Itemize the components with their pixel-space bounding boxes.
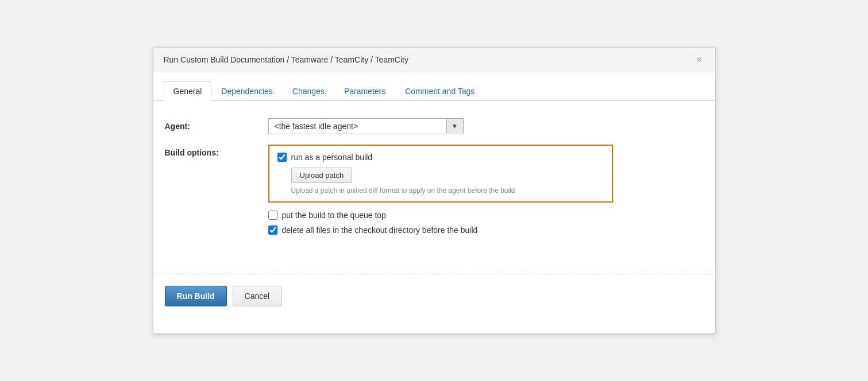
delete-files-checkbox-row: delete all files in the checkout directo… bbox=[268, 226, 704, 235]
tab-general[interactable]: General bbox=[164, 81, 212, 101]
dialog-header: Run Custom Build Documentation / Teamwar… bbox=[153, 48, 715, 72]
personal-build-label[interactable]: run as a personal build bbox=[291, 153, 373, 162]
queue-top-label[interactable]: put the build to the queue top bbox=[282, 211, 386, 220]
tab-dependencies[interactable]: Dependencies bbox=[211, 81, 283, 101]
build-options-label: Build options: bbox=[165, 145, 268, 157]
tab-content: Agent: <the fastest idle agent> ▼ Build … bbox=[153, 101, 715, 262]
agent-select-wrapper: <the fastest idle agent> ▼ bbox=[268, 118, 704, 134]
build-options-row: Build options: run as a personal build U… bbox=[165, 145, 704, 240]
tab-changes[interactable]: Changes bbox=[283, 81, 334, 101]
content-divider bbox=[153, 274, 715, 274]
delete-files-checkbox[interactable] bbox=[268, 226, 277, 235]
agent-label: Agent: bbox=[165, 118, 268, 131]
action-bar: Run Build Cancel bbox=[153, 286, 715, 318]
build-options-box: run as a personal build Upload patch Upl… bbox=[268, 145, 613, 203]
agent-dropdown-arrow-icon[interactable]: ▼ bbox=[446, 119, 463, 133]
agent-row: Agent: <the fastest idle agent> ▼ bbox=[165, 118, 704, 134]
tab-comment-and-tags[interactable]: Comment and Tags bbox=[395, 81, 484, 101]
build-options-value: run as a personal build Upload patch Upl… bbox=[268, 145, 704, 240]
close-button[interactable]: × bbox=[694, 55, 705, 65]
upload-patch-row: Upload patch bbox=[277, 165, 604, 185]
personal-build-checkbox[interactable] bbox=[277, 153, 287, 162]
delete-files-label[interactable]: delete all files in the checkout directo… bbox=[282, 226, 478, 235]
personal-build-checkbox-row: run as a personal build bbox=[277, 153, 604, 162]
queue-top-checkbox[interactable] bbox=[268, 211, 277, 220]
agent-select-value: <the fastest idle agent> bbox=[269, 119, 446, 134]
run-custom-build-dialog: Run Custom Build Documentation / Teamwar… bbox=[153, 47, 716, 334]
tab-parameters[interactable]: Parameters bbox=[334, 81, 395, 101]
queue-top-checkbox-row: put the build to the queue top bbox=[268, 211, 704, 220]
upload-patch-hint: Upload a patch in unified diff format to… bbox=[291, 186, 604, 195]
dialog-title: Run Custom Build Documentation / Teamwar… bbox=[164, 55, 408, 64]
agent-dropdown[interactable]: <the fastest idle agent> ▼ bbox=[268, 118, 464, 134]
tab-bar: General Dependencies Changes Parameters … bbox=[153, 72, 715, 101]
cancel-button[interactable]: Cancel bbox=[233, 286, 282, 306]
run-build-button[interactable]: Run Build bbox=[165, 286, 227, 306]
upload-patch-button[interactable]: Upload patch bbox=[291, 168, 353, 183]
